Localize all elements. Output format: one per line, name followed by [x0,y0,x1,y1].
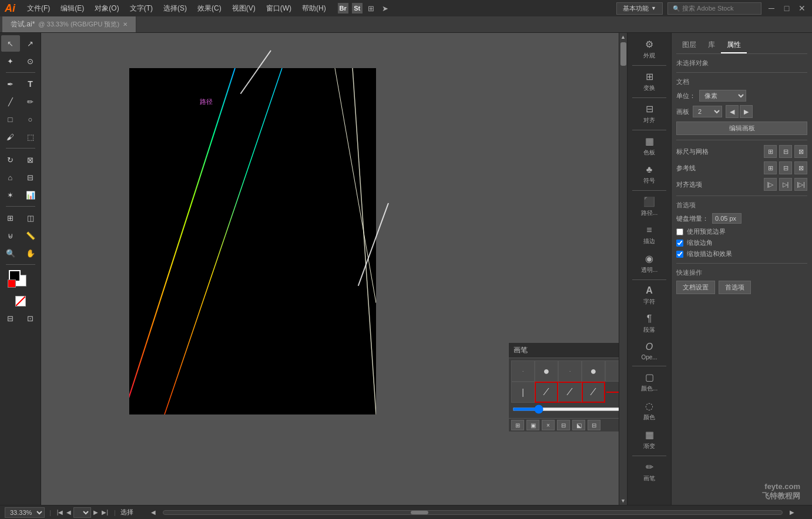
tool-direct-select[interactable]: ↗ [21,35,40,52]
preview-bounds-checkbox[interactable] [676,228,683,235]
zoom-select[interactable]: 33.33% [5,507,45,518]
menu-view[interactable]: 视图(V) [227,2,260,15]
qp-align[interactable]: ⊟ 对齐 [628,100,671,128]
tool-artboard[interactable]: ⊡ [21,310,40,326]
tool-magic-wand[interactable]: ✦ [1,53,20,69]
qp-swatches[interactable]: ▦ 色板 [628,132,671,160]
tab-library[interactable]: 库 [702,38,721,53]
brush-paint-btn[interactable]: ⬕ [572,420,585,430]
tool-zoom[interactable]: 🔍 [1,245,20,261]
brush-line3[interactable]: ∕ [582,382,605,403]
qp-symbols[interactable]: ♣ 符号 [628,161,671,188]
menu-object[interactable]: 对象(O) [90,2,123,15]
stock-search[interactable]: 🔍 搜索 Adobe Stock [667,2,761,15]
tool-pencil[interactable]: ✏ [21,93,40,110]
qp-transparency[interactable]: ◉ 透明... [628,250,671,278]
restore-btn[interactable]: □ [781,3,792,14]
tool-rect[interactable]: □ [1,111,20,127]
unit-select[interactable]: 像素 [699,90,746,102]
qp-color-guide[interactable]: ▢ 颜色... [628,368,671,396]
brush-line2[interactable]: ∕ [558,382,582,403]
grid-toggle-icon[interactable]: ⊟ [779,145,792,158]
menu-select[interactable]: 选择(S) [159,2,192,15]
brush-options-btn[interactable]: ⊟ [557,420,570,430]
tool-ellipse[interactable]: ○ [21,111,40,127]
tool-warp[interactable]: ⌂ [1,169,20,186]
tool-gradient[interactable]: ◫ [21,210,40,226]
tab-layers[interactable]: 图层 [676,38,702,53]
nudge-input[interactable] [712,213,741,224]
prefs-btn[interactable]: 首选项 [719,281,751,294]
prev-canvas-btn[interactable]: ◀ [726,105,739,118]
document-tab[interactable]: 尝试.ai* @ 33.33% (RGB/GPU 预览) ✕ [2,16,136,32]
brush-libraries-btn[interactable]: ⊞ [511,420,524,430]
qp-character[interactable]: A 字符 [628,282,671,309]
doc-settings-btn[interactable]: 文档设置 [676,281,715,294]
menu-file[interactable]: 文件(F) [22,2,55,15]
brush-new-btn[interactable]: ▣ [526,420,539,430]
tool-rotate[interactable]: ↻ [1,151,20,168]
qp-brush[interactable]: ✏ 画笔 [628,458,671,486]
toggle-guide-icon[interactable]: ⊟ [779,161,792,174]
qp-color[interactable]: ◌ 颜色 [628,397,671,425]
fill-color-icon[interactable] [8,279,16,288]
tool-scale[interactable]: ⊠ [21,151,40,168]
brush-dot-large2[interactable]: ● [582,360,605,382]
send-icon[interactable]: ➤ [380,3,391,14]
edit-canvas-btn[interactable]: 编辑画板 [676,122,807,135]
rulers-icon[interactable]: ⊞ [764,145,777,158]
menu-effect[interactable]: 效果(C) [193,2,226,15]
minimize-btn[interactable]: ─ [766,3,777,14]
brush-size-slider[interactable] [512,407,619,411]
canvas-select[interactable]: 2 [693,106,722,117]
scroll-left-btn[interactable]: ◀ [150,509,157,515]
workspace-selector[interactable]: 基本功能 ▼ [616,2,663,15]
menu-window[interactable]: 窗口(W) [261,2,296,15]
scroll-thumb[interactable] [620,42,626,66]
tool-line[interactable]: ╱ [1,93,20,110]
tool-blob-brush[interactable]: ⬚ [21,129,40,145]
scroll-up-btn[interactable]: ▲ [619,33,628,41]
tool-free-transform[interactable]: ⊟ [21,169,40,186]
align-selection-icon[interactable]: ▷| [779,178,792,191]
brush-line-plain[interactable]: | [511,382,535,403]
tool-symbol-sprayer[interactable]: ✶ [1,187,20,203]
tool-change-screen[interactable]: ⊟ [1,310,20,326]
grid-icon[interactable]: ⊞ [366,3,377,14]
close-btn[interactable]: ✕ [797,3,807,14]
qp-path[interactable]: ⬛ 路径... [628,193,671,221]
tool-eyedropper[interactable]: ⊌ [1,227,20,244]
snap-icon[interactable]: ⊠ [794,145,807,158]
h-scrollbar[interactable] [163,510,783,515]
bridge-icon[interactable]: Br [338,3,348,14]
tool-hand[interactable]: ✋ [21,245,40,261]
align-keyobj-icon[interactable]: |▷| [794,178,807,191]
brush-empty1[interactable] [605,360,619,382]
qp-appearance[interactable]: ⚙ 外观 [628,35,671,63]
tool-pen[interactable]: ✒ [1,76,20,92]
prev-page-btn[interactable]: ◀ [65,509,72,515]
tool-graph[interactable]: 📊 [21,187,40,203]
canvas-area[interactable]: 路径 画笔 >> ≡ · ● · ● [41,33,619,505]
stock-icon[interactable]: St [352,3,363,14]
brush-remove-btn[interactable]: ⊟ [588,420,600,430]
brush-delete-btn[interactable]: × [542,420,555,430]
menu-edit[interactable]: 编辑(E) [56,2,89,15]
qp-transform[interactable]: ⊞ 变换 [628,68,671,96]
add-guide-icon[interactable]: ⊞ [764,161,777,174]
align-artboard-icon[interactable]: |▷ [764,178,777,191]
next-page-btn[interactable]: ▶ [92,509,99,515]
scroll-down-btn[interactable]: ▼ [619,497,628,505]
tool-type[interactable]: T [21,76,40,92]
tool-measure[interactable]: 📏 [21,227,40,244]
qp-opentype[interactable]: O Ope... [628,338,671,364]
qp-gradient[interactable]: ▦ 渐变 [628,426,671,454]
brush-dot-small[interactable]: · [558,360,582,382]
brush-dot-large[interactable]: ● [535,360,558,382]
brush-line1[interactable]: ∕ [535,382,558,403]
next-canvas-btn[interactable]: ▶ [740,105,753,118]
scale-corners-checkbox[interactable] [676,240,683,247]
tab-properties[interactable]: 属性 [721,38,747,53]
tool-lasso[interactable]: ⊙ [21,53,40,69]
none-color-btn[interactable] [15,296,26,306]
